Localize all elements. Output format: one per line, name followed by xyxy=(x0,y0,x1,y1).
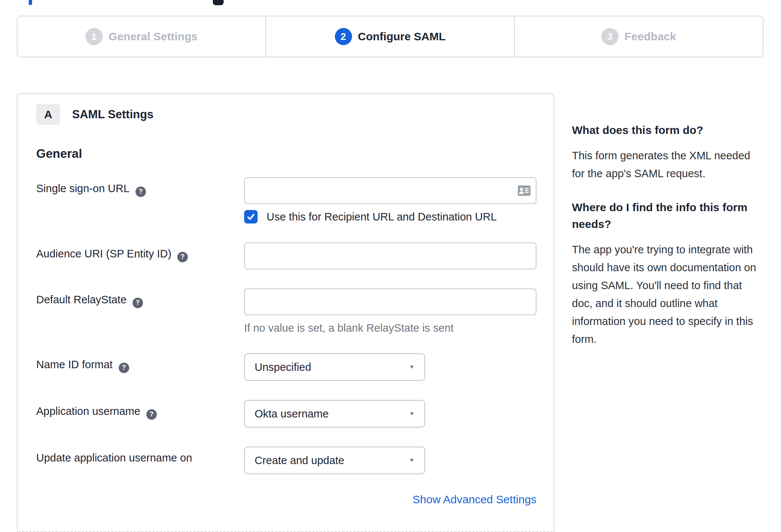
general-section-heading: General xyxy=(36,147,554,161)
step-2-number-badge: 2 xyxy=(335,28,352,45)
sidebar-heading-where: Where do I find the info this form needs… xyxy=(572,199,763,232)
relaystate-hint: If no value is set, a blank RelayState i… xyxy=(244,322,536,334)
sidebar-paragraph-line: using SAML. You'll need to find that xyxy=(572,276,763,294)
default-relaystate-label-text: Default RelayState xyxy=(36,294,127,306)
step-3-label: Feedback xyxy=(625,30,676,43)
step-3-number-badge: 3 xyxy=(601,28,619,45)
update-username-on-select[interactable]: Create and update ▼ xyxy=(244,447,425,474)
single-sign-on-url-input[interactable] xyxy=(244,177,536,204)
audience-uri-control xyxy=(244,242,536,269)
saml-settings-panel: A SAML Settings General Single sign-on U… xyxy=(17,93,554,532)
audience-uri-input[interactable] xyxy=(244,242,536,269)
chevron-down-icon: ▼ xyxy=(409,457,415,463)
form-row-default-relaystate: Default RelayState? If no value is set, … xyxy=(36,288,554,334)
single-sign-on-url-label: Single sign-on URL? xyxy=(36,177,244,223)
single-sign-on-url-label-text: Single sign-on URL xyxy=(36,182,130,194)
clipped-title-blue-fragment xyxy=(29,0,32,5)
step-feedback[interactable]: 3 Feedback xyxy=(514,16,763,57)
update-username-on-value: Create and update xyxy=(255,454,344,467)
step-general-settings[interactable]: 1 General Settings xyxy=(18,16,265,57)
step-1-number-badge: 1 xyxy=(85,28,103,45)
step-configure-saml[interactable]: 2 Configure SAML xyxy=(265,16,514,57)
default-relaystate-control: If no value is set, a blank RelayState i… xyxy=(244,288,536,334)
wizard-stepper: 1 General Settings 2 Configure SAML 3 Fe… xyxy=(17,16,763,57)
update-username-on-label: Update application username on xyxy=(36,447,244,474)
form-row-update-username-on: Update application username on Create an… xyxy=(36,447,554,474)
recipient-url-checkbox-row: Use this for Recipient URL and Destinati… xyxy=(244,210,536,223)
name-id-format-label-text: Name ID format xyxy=(36,359,113,370)
sidebar-paragraph-line: should have its own documentation on xyxy=(572,259,763,276)
update-username-on-control: Create and update ▼ xyxy=(244,447,425,474)
form-row-name-id-format: Name ID format? Unspecified ▼ xyxy=(36,353,554,381)
form-row-application-username: Application username? Okta username ▼ xyxy=(36,400,554,428)
chevron-down-icon: ▼ xyxy=(409,411,415,416)
application-username-label: Application username? xyxy=(36,400,244,428)
application-username-select[interactable]: Okta username ▼ xyxy=(244,400,425,428)
name-id-format-value: Unspecified xyxy=(255,361,311,373)
application-username-control: Okta username ▼ xyxy=(244,400,425,428)
panel-title: SAML Settings xyxy=(72,108,153,121)
recipient-url-checkbox[interactable] xyxy=(244,210,258,223)
default-relaystate-label: Default RelayState? xyxy=(36,288,244,334)
clipped-title-dark-icon-fragment xyxy=(213,0,224,5)
step-2-label: Configure SAML xyxy=(358,30,446,43)
step-1-label: General Settings xyxy=(109,30,197,43)
panel-header: A SAML Settings xyxy=(36,104,554,125)
application-username-value: Okta username xyxy=(255,408,329,420)
help-sidebar: What does this form do? This form genera… xyxy=(572,93,763,348)
update-username-on-label-text: Update application username on xyxy=(36,452,192,464)
saml-form: Single sign-on URL? xyxy=(36,177,554,506)
advanced-settings-row: Show Advanced Settings xyxy=(36,493,536,506)
audience-uri-label-text: Audience URI (SP Entity ID) xyxy=(36,248,171,260)
name-id-format-select[interactable]: Unspecified ▼ xyxy=(244,353,425,381)
name-id-format-control: Unspecified ▼ xyxy=(244,353,425,381)
content-layout: A SAML Settings General Single sign-on U… xyxy=(17,93,763,532)
help-icon[interactable]: ? xyxy=(136,187,146,197)
application-username-label-text: Application username xyxy=(36,405,140,417)
help-icon[interactable]: ? xyxy=(133,298,143,308)
help-icon[interactable]: ? xyxy=(177,252,188,262)
sidebar-paragraph-line: doc, and it should outline what xyxy=(572,294,763,312)
default-relaystate-input[interactable] xyxy=(244,288,536,315)
single-sign-on-url-control: Use this for Recipient URL and Destinati… xyxy=(244,177,536,223)
sidebar-paragraph-line: This form generates the XML needed xyxy=(572,147,763,165)
audience-uri-label: Audience URI (SP Entity ID)? xyxy=(36,242,244,269)
form-row-audience-uri: Audience URI (SP Entity ID)? xyxy=(36,242,554,269)
section-a-badge: A xyxy=(36,104,60,125)
help-icon[interactable]: ? xyxy=(119,363,129,373)
form-row-single-sign-on-url: Single sign-on URL? xyxy=(36,177,554,223)
sidebar-paragraph-line: The app you're trying to integrate with xyxy=(572,241,763,259)
sidebar-heading-what: What does this form do? xyxy=(572,122,763,138)
name-id-format-label: Name ID format? xyxy=(36,353,244,381)
sidebar-paragraph-line: for the app's SAML request. xyxy=(572,165,763,182)
recipient-url-checkbox-label: Use this for Recipient URL and Destinati… xyxy=(267,211,497,223)
sidebar-paragraph-line: form. xyxy=(572,330,763,348)
chevron-down-icon: ▼ xyxy=(409,364,415,370)
sidebar-spacer xyxy=(572,232,763,241)
sidebar-spacer xyxy=(572,182,763,199)
show-advanced-settings-link[interactable]: Show Advanced Settings xyxy=(413,493,536,506)
sidebar-paragraph-line: information you need to specify in this xyxy=(572,312,763,330)
help-icon[interactable]: ? xyxy=(146,409,157,420)
sidebar-spacer xyxy=(572,138,763,147)
